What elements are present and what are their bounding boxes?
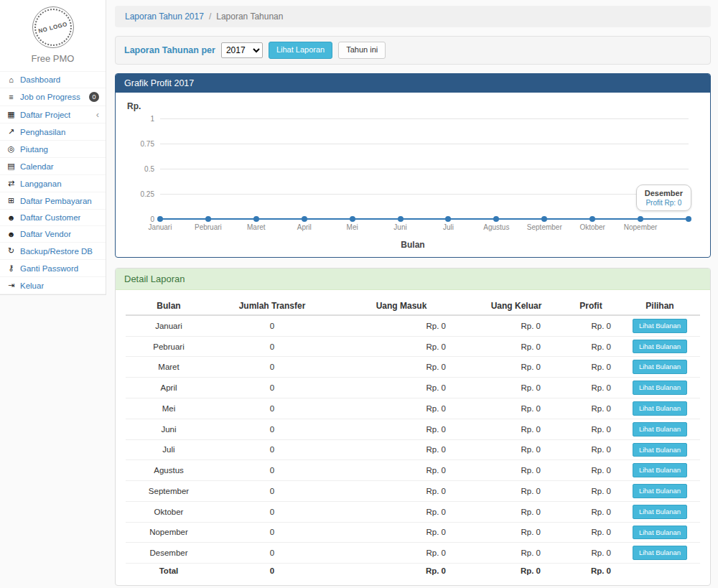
table-row: Januari0Rp. 0Rp. 0Rp. 0Lihat Bulanan	[126, 315, 700, 336]
sidebar-item-daftar-project[interactable]: ▦Daftar Project‹	[0, 106, 106, 123]
sidebar-item-dashboard[interactable]: ⌂Dashboard	[0, 71, 106, 88]
table-icon: ▦	[6, 110, 16, 119]
table-cell: Rp. 0	[562, 357, 620, 378]
lihat-bulanan-button[interactable]: Lihat Bulanan	[633, 526, 687, 540]
sidebar-item-langganan[interactable]: ⇄Langganan	[0, 174, 106, 192]
table-cell: 0	[212, 522, 332, 543]
table-cell: 0	[212, 315, 332, 336]
page: NO LOGO Free PMO ⌂Dashboard≡Job on Progr…	[0, 0, 718, 588]
table-row: April0Rp. 0Rp. 0Rp. 0Lihat Bulanan	[126, 378, 700, 398]
data-point[interactable]	[493, 216, 499, 222]
main-content: Laporan Tahun 2017/Laporan Tahunan Lapor…	[106, 0, 718, 588]
table-cell: Rp. 0	[332, 336, 470, 357]
table-cell: Rp. 0	[470, 501, 562, 522]
table-cell: Rp. 0	[332, 564, 470, 579]
tahun-ini-button[interactable]: Tahun ini	[338, 42, 386, 59]
x-tick-label: Juli	[443, 223, 454, 231]
sidebar-item-keluar[interactable]: ⇥Keluar	[0, 276, 106, 294]
lihat-bulanan-button[interactable]: Lihat Bulanan	[633, 360, 687, 374]
table-cell: Juni	[126, 419, 212, 439]
money-icon: ◎	[6, 144, 16, 154]
x-tick-label: Pebruari	[195, 223, 222, 231]
sidebar-item-label: Backup/Restore DB	[20, 247, 93, 256]
data-point[interactable]	[589, 216, 595, 222]
breadcrumb-separator: /	[209, 11, 211, 22]
lihat-bulanan-button[interactable]: Lihat Bulanan	[633, 319, 687, 333]
detail-panel: Detail Laporan BulanJumlah TransferUang …	[115, 268, 711, 586]
detail-panel-body: BulanJumlah TransferUang MasukUang Kelua…	[116, 290, 710, 585]
table-cell: Rp. 0	[332, 481, 470, 502]
sidebar-item-piutang[interactable]: ◎Piutang	[0, 140, 106, 157]
table-cell: Rp. 0	[332, 439, 470, 460]
lihat-bulanan-button[interactable]: Lihat Bulanan	[633, 484, 687, 498]
table-cell: Lihat Bulanan	[620, 398, 700, 419]
tooltip-value: Profit Rp: 0	[645, 199, 683, 207]
data-point[interactable]	[205, 216, 211, 222]
sidebar-item-label: Job on Progress	[20, 93, 80, 101]
table-cell: Rp. 0	[562, 501, 620, 522]
data-point[interactable]	[541, 216, 547, 222]
count-badge: 0	[89, 92, 99, 102]
lihat-bulanan-button[interactable]: Lihat Bulanan	[633, 443, 687, 457]
data-point[interactable]	[638, 216, 643, 222]
table-cell: Rp. 0	[562, 419, 620, 439]
sidebar-item-calendar[interactable]: ▤Calendar	[0, 157, 106, 174]
lihat-bulanan-button[interactable]: Lihat Bulanan	[633, 546, 687, 560]
data-point[interactable]	[253, 216, 259, 222]
sidebar-item-daftar-vendor[interactable]: ☻Daftar Vendor	[0, 225, 106, 242]
sidebar-item-label: Piutang	[20, 145, 48, 154]
data-point[interactable]	[157, 216, 163, 222]
table-row: Juli0Rp. 0Rp. 0Rp. 0Lihat Bulanan	[126, 439, 700, 460]
lihat-bulanan-button[interactable]: Lihat Bulanan	[633, 401, 687, 416]
table-row: Mei0Rp. 0Rp. 0Rp. 0Lihat Bulanan	[126, 398, 700, 419]
year-select[interactable]: 2017	[221, 42, 263, 58]
sidebar-item-daftar-customer[interactable]: ☻Daftar Customer	[0, 209, 106, 225]
table-row: Oktober0Rp. 0Rp. 0Rp. 0Lihat Bulanan	[126, 501, 700, 522]
table-cell: 0	[212, 501, 332, 522]
sidebar-item-penghasilan[interactable]: ↗Penghasilan	[0, 123, 106, 140]
sidebar-item-daftar-pembayaran[interactable]: ⊞Daftar Pembayaran	[0, 192, 106, 209]
data-point[interactable]	[686, 216, 691, 222]
sidebar-item-label: Daftar Vendor	[20, 230, 71, 238]
table-cell: Rp. 0	[470, 357, 562, 378]
table-row: Desember0Rp. 0Rp. 0Rp. 0Lihat Bulanan	[126, 543, 700, 564]
breadcrumb-item[interactable]: Laporan Tahun 2017	[125, 11, 204, 22]
table-body: Januari0Rp. 0Rp. 0Rp. 0Lihat BulananPebr…	[126, 315, 700, 578]
lihat-bulanan-button[interactable]: Lihat Bulanan	[633, 505, 687, 519]
table-cell: Rp. 0	[332, 378, 470, 398]
table-cell: Rp. 0	[470, 543, 562, 564]
chevron-left-icon: ‹	[96, 110, 99, 119]
sidebar-menu: ⌂Dashboard≡Job on Progress0▦Daftar Proje…	[0, 71, 106, 294]
table-cell: Rp. 0	[332, 522, 470, 543]
table-cell: Pebruari	[126, 336, 212, 357]
lihat-laporan-button[interactable]: Lihat Laporan	[269, 42, 332, 59]
lihat-bulanan-button[interactable]: Lihat Bulanan	[633, 422, 687, 437]
table-cell: Rp. 0	[562, 481, 620, 502]
sidebar-item-label: Daftar Project	[20, 111, 70, 119]
tasks-icon: ≡	[6, 93, 16, 101]
table-cell: Oktober	[126, 501, 212, 522]
lihat-bulanan-button[interactable]: Lihat Bulanan	[633, 340, 687, 354]
sidebar-item-job-on-progress[interactable]: ≡Job on Progress0	[0, 88, 106, 106]
table-total-row: Total0Rp. 0Rp. 0Rp. 0	[126, 564, 700, 579]
chart-tooltip: Desember Profit Rp: 0	[636, 185, 691, 211]
data-point[interactable]	[445, 216, 451, 222]
users-icon: ☻	[6, 230, 16, 238]
y-tick-label: 0.75	[129, 139, 154, 147]
sidebar-item-backup-restore-db[interactable]: ↻Backup/Restore DB	[0, 242, 106, 259]
sidebar-item-label: Langganan	[20, 179, 62, 188]
table-cell: Rp. 0	[470, 460, 562, 481]
table-cell: 0	[212, 419, 332, 439]
sidebar-item-ganti-password[interactable]: ⚷Ganti Password	[0, 259, 106, 276]
sidebar-item-label: Ganti Password	[20, 264, 78, 273]
table-cell: 0	[212, 336, 332, 357]
lihat-bulanan-button[interactable]: Lihat Bulanan	[633, 463, 687, 477]
lihat-bulanan-button[interactable]: Lihat Bulanan	[633, 381, 687, 395]
table-row: Maret0Rp. 0Rp. 0Rp. 0Lihat Bulanan	[126, 357, 700, 378]
table-cell: 0	[212, 357, 332, 378]
table-cell: Lihat Bulanan	[620, 501, 700, 522]
data-point[interactable]	[350, 216, 355, 222]
data-point[interactable]	[398, 216, 404, 222]
data-point[interactable]	[302, 216, 307, 222]
calendar-icon: ▤	[6, 162, 16, 171]
